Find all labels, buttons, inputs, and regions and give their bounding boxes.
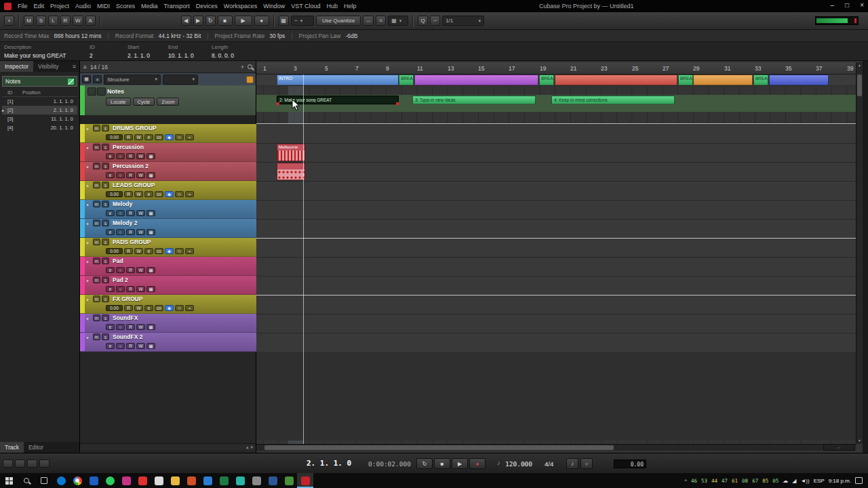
track-name[interactable]: Melody 2 <box>113 220 137 226</box>
record-enable-icon[interactable]: ○ <box>116 229 125 235</box>
solo-button[interactable]: s <box>102 314 109 321</box>
wave-icon[interactable]: ≈ <box>185 305 194 311</box>
tab-inspector[interactable]: Inspector <box>0 61 33 72</box>
scroll-up-icon[interactable]: ▴ <box>856 62 863 68</box>
record-enable-icon[interactable]: ○ <box>116 324 125 330</box>
expand-icon[interactable]: ▸ <box>87 297 92 302</box>
solo-button[interactable]: s <box>102 239 109 245</box>
sync-button[interactable]: ○ <box>580 458 593 469</box>
track-name[interactable]: Percussion 2 <box>113 163 149 169</box>
locate-button[interactable]: Locate <box>106 98 131 106</box>
volume-icon[interactable]: ◄)) <box>800 478 809 484</box>
action-center-icon[interactable] <box>855 477 863 484</box>
start-button[interactable] <box>0 473 18 488</box>
setup-toolbar-button[interactable]: ▾ <box>4 16 14 26</box>
menu-midi[interactable]: MIDI <box>97 3 110 9</box>
track-name[interactable]: LEADS GROUP <box>113 182 155 188</box>
tab-visibility[interactable]: Visibility <box>33 61 64 72</box>
minimize-button[interactable]: – <box>831 1 835 9</box>
automation-button[interactable]: A <box>85 16 96 26</box>
mute-button[interactable]: m <box>93 144 100 150</box>
mute-button[interactable]: m <box>93 314 100 321</box>
stop-button[interactable]: ■ <box>218 16 233 26</box>
track-name[interactable]: SoundFX <box>113 314 138 321</box>
lanes-icon[interactable]: ▦ <box>146 172 155 178</box>
menu-edit[interactable]: Edit <box>34 3 45 9</box>
write-automation-button[interactable]: W <box>136 172 145 178</box>
menu-scores[interactable]: Scores <box>116 3 135 9</box>
menu-vst-cloud[interactable]: VST Cloud <box>291 3 320 9</box>
cycle-button[interactable]: ↻ <box>205 16 216 26</box>
record-button[interactable]: ● <box>254 16 269 26</box>
edit-channel-button[interactable]: e <box>106 343 115 349</box>
arranger-chain-dropdown[interactable]: Structure ▾ <box>104 75 161 85</box>
notes-section-header[interactable]: Notes <box>2 76 77 87</box>
track-row-soundfx-2[interactable]: ▸ m s SoundFX 2 e ○ R W ▦ <box>80 333 256 352</box>
transport-mini-button[interactable] <box>3 460 13 468</box>
tray-expand-icon[interactable]: ^ <box>684 478 687 484</box>
lanes-icon[interactable]: ▦ <box>146 267 155 273</box>
scroll-down-icon[interactable]: ▾ <box>856 438 863 444</box>
mute-button[interactable]: m <box>93 277 100 283</box>
record-enable-icon[interactable]: ○ <box>116 267 125 273</box>
vertical-scroll-thumb[interactable] <box>857 75 862 96</box>
expand-icon[interactable]: ▸ <box>87 164 92 169</box>
read-automation-button[interactable]: R <box>126 267 135 273</box>
arranger-event[interactable] <box>693 75 753 85</box>
inspector-menu-icon[interactable]: ≡ <box>69 61 79 72</box>
menu-project[interactable]: Project <box>50 3 69 9</box>
mute-button[interactable]: m <box>93 201 100 207</box>
expand-icon[interactable]: ▸ <box>87 240 92 245</box>
quantize-preset-dropdown[interactable]: 1/1 ▾ <box>442 16 484 26</box>
mute-all-button[interactable]: M <box>24 16 34 26</box>
note-list-item-selected[interactable]: ▸ [2] 2. 1. 1. 0 <box>2 106 77 115</box>
column-id[interactable]: ID <box>2 89 22 96</box>
transport-cycle-button[interactable]: ↻ <box>416 458 433 469</box>
track-name[interactable]: Melody <box>113 201 132 207</box>
transport-mini-button[interactable] <box>39 460 50 468</box>
lanes-icon[interactable]: ▦ <box>146 343 155 349</box>
write-automation-button[interactable]: W <box>134 305 143 311</box>
arranger-event-break[interactable]: BREA <box>399 75 414 85</box>
transport-mini-button[interactable] <box>15 460 25 468</box>
solo-button[interactable]: s <box>102 201 109 207</box>
solo-button[interactable]: s <box>102 220 109 226</box>
freeze-icon[interactable]: ◇ <box>175 134 184 140</box>
write-automation-button[interactable]: W <box>134 134 143 140</box>
close-button[interactable]: × <box>860 1 864 9</box>
edit-channel-button[interactable]: e <box>106 267 115 273</box>
taskbar-app-edge[interactable] <box>53 473 69 488</box>
go-previous-marker-button[interactable]: ◀ <box>181 16 191 26</box>
write-automation-button[interactable]: W <box>136 267 145 273</box>
track-name[interactable]: PADS GROUP <box>113 239 151 245</box>
wave-icon[interactable]: ≈ <box>185 134 194 140</box>
gain-display[interactable]: 0.00 <box>106 191 123 197</box>
notes-track-icon[interactable] <box>87 87 96 96</box>
sends-button[interactable]: co <box>155 248 163 254</box>
track-row-melody-2[interactable]: ▸ m s Melody 2 e ○ R W ▦ <box>80 219 256 238</box>
selection-handle[interactable] <box>396 102 399 105</box>
mute-button[interactable]: m <box>93 220 100 226</box>
task-view-button[interactable] <box>35 473 53 488</box>
solo-button[interactable]: s <box>102 144 109 150</box>
mute-button[interactable]: m <box>93 125 100 131</box>
track-name[interactable]: SoundFX 2 <box>113 333 142 340</box>
audio-clip-melbourne[interactable]: Melbourne <box>277 144 305 161</box>
freeze-icon[interactable]: ◇ <box>175 305 184 311</box>
arranger-activate-button[interactable] <box>246 76 254 83</box>
monitor-icon[interactable]: ◆ <box>165 134 174 140</box>
record-enable-icon[interactable]: ○ <box>116 286 125 292</box>
quantize-q-button[interactable]: Q <box>418 16 428 26</box>
arranger-menu-icon[interactable]: ≡ <box>93 75 102 83</box>
write-all-button[interactable]: W <box>73 16 83 26</box>
track-row-percussion-2[interactable]: ▸ m s Percussion 2 e ○ R W ▦ <box>80 162 256 181</box>
solo-button[interactable]: s <box>102 296 109 302</box>
edit-channel-button[interactable]: e <box>106 286 115 292</box>
arranger-lane[interactable]: INTRO BREA BREA BREA BREA <box>256 75 856 86</box>
arranger-event-break[interactable]: BREA <box>539 75 554 85</box>
zoom-slider[interactable]: ↔ <box>823 444 854 451</box>
transport-mini-button[interactable] <box>27 460 37 468</box>
taskbar-app-cubase-active[interactable] <box>297 473 313 488</box>
transport-stop-button[interactable]: ■ <box>434 458 450 469</box>
note-list-item[interactable]: [1] 1. 1. 1. 0 <box>2 97 77 106</box>
